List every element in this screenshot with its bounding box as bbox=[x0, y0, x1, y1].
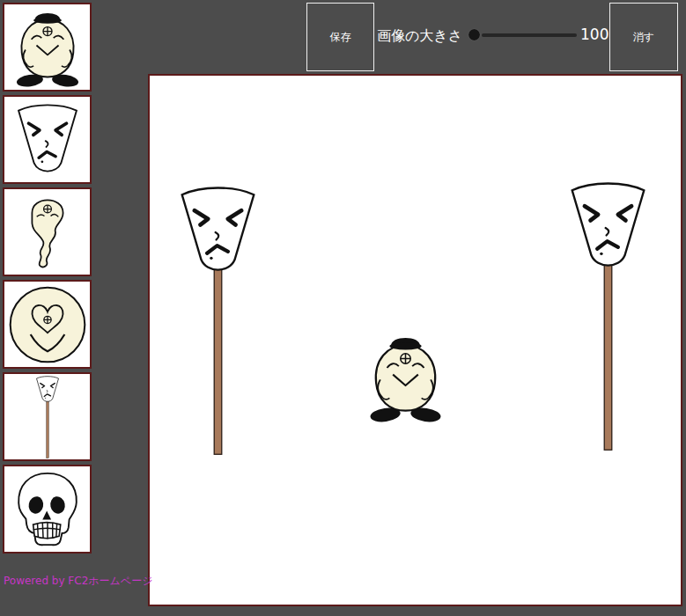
slider-thumb[interactable] bbox=[468, 29, 480, 40]
clear-button[interactable]: 消す bbox=[609, 3, 678, 71]
ghost-character-stamp-icon bbox=[7, 7, 88, 88]
wavy-ghost-stamp-icon bbox=[9, 190, 86, 274]
palette-item-angry-mask-stamp[interactable] bbox=[3, 95, 92, 184]
palette-item-wavy-ghost-stamp[interactable] bbox=[3, 187, 92, 276]
placed-mask-on-stick-right[interactable] bbox=[566, 179, 650, 454]
image-size-label: 画像の大きさ bbox=[377, 27, 462, 46]
stamp-app: 保存 画像の大きさ 100 消す Powered by FC2ホームページ bbox=[0, 0, 686, 616]
save-button[interactable]: 保存 bbox=[306, 3, 374, 71]
placed-mask-on-stick-left[interactable] bbox=[176, 183, 260, 458]
angry-mask-stamp-icon bbox=[13, 101, 82, 179]
slider-track[interactable] bbox=[482, 33, 577, 37]
palette-item-mask-on-stick-stamp[interactable] bbox=[3, 372, 92, 461]
palette-item-ghost-character-stamp[interactable] bbox=[3, 3, 92, 92]
palette-item-circle-face-stamp[interactable] bbox=[3, 280, 92, 369]
mask-on-stick-stamp-icon bbox=[34, 375, 61, 459]
skull-stamp-icon bbox=[11, 467, 84, 551]
image-size-value: 100 bbox=[580, 26, 609, 43]
image-size-slider[interactable] bbox=[467, 26, 579, 44]
powered-by-link[interactable]: Powered by FC2ホームページ bbox=[4, 574, 152, 589]
placed-ghost-character[interactable] bbox=[359, 331, 452, 423]
palette-item-skull-stamp[interactable] bbox=[3, 465, 92, 554]
circle-face-stamp-icon bbox=[7, 284, 88, 365]
stamp-palette bbox=[3, 3, 92, 554]
canvas[interactable] bbox=[148, 74, 682, 606]
